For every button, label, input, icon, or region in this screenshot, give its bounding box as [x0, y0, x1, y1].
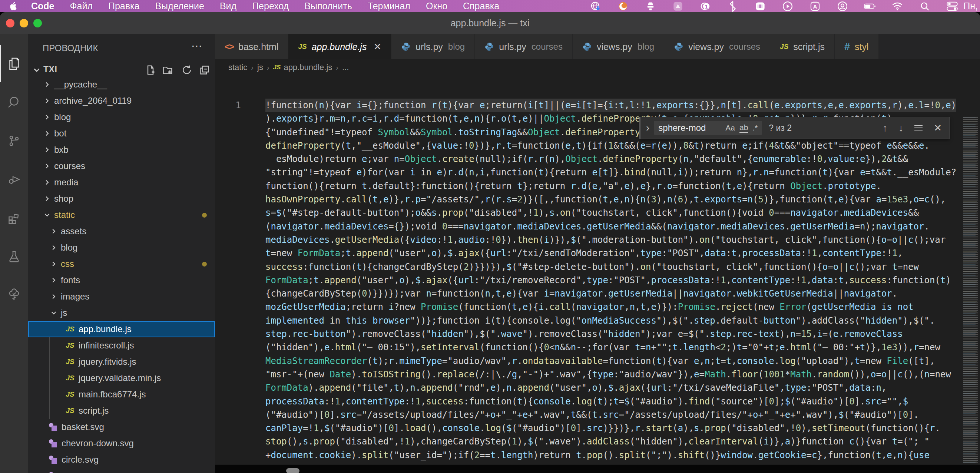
lamp-icon[interactable]	[644, 1, 656, 12]
window-title-bar[interactable]: app.bundle.js — txi	[0, 12, 980, 34]
code-line[interactable]: processData:!1,contentType:!1,success:fu…	[266, 395, 956, 408]
tree-item-bxb[interactable]: bxb	[28, 142, 215, 158]
battery-icon[interactable]	[864, 1, 876, 12]
tree-item-blog[interactable]: blog	[28, 239, 215, 256]
code-line[interactable]: success:function(t){changeCardByStep(2)}…	[266, 260, 956, 274]
activity-source-control-icon[interactable]	[0, 122, 28, 159]
menu-item-app[interactable]: Code	[23, 1, 62, 11]
find-widget-sash[interactable]	[640, 117, 641, 139]
code-line[interactable]: step.rec-button").removeClass("hidden"),…	[266, 327, 956, 341]
tree-item-bot[interactable]: bot	[28, 125, 215, 142]
minimap[interactable]	[963, 117, 979, 464]
code-line[interactable]: FormData).append("file",t),n.append("rnd…	[266, 381, 956, 394]
account-icon[interactable]	[837, 1, 848, 12]
menu-item-терминал[interactable]: Терминал	[360, 1, 418, 11]
code-line[interactable]: (navigator.mediaDevices={});void 0===nav…	[266, 220, 956, 233]
code-line[interactable]: canPlay=!1,$("#audio")[0].load(),console…	[266, 422, 956, 435]
menu-item-выполнить[interactable]: Выполнить	[296, 1, 360, 11]
tree-item-__pycache__[interactable]: __pycache__	[28, 76, 215, 93]
menu-item-вид[interactable]: Вид	[212, 1, 244, 11]
wifi-icon[interactable]	[891, 1, 903, 12]
tab-urls.py-blog[interactable]: urls.pyblog	[391, 34, 475, 59]
menu-item-переход[interactable]: Переход	[244, 1, 296, 11]
record-one-icon[interactable]: 1	[699, 1, 711, 12]
code-line[interactable]: "string"!=typeof e)for(var i in e)r.d(n,…	[266, 166, 956, 179]
code-line[interactable]: defineProperty(t,"__esModule",{value:!0}…	[266, 139, 956, 152]
match-case-icon[interactable]: Aa	[725, 123, 735, 132]
activity-run-debug-icon[interactable]	[0, 161, 28, 198]
code-line[interactable]: __esModule)return e;var n=Object.create(…	[266, 152, 956, 166]
activity-todo-tree-icon[interactable]	[0, 277, 28, 314]
breadcrumb-item[interactable]: js	[257, 63, 263, 72]
workspace-section-header[interactable]: TXI	[28, 64, 215, 77]
tree-item-static[interactable]: static	[28, 207, 215, 223]
code-line[interactable]: s=$("#step-default-button");o&&s.prop("d…	[266, 206, 956, 220]
menu-item-окно[interactable]: Окно	[418, 1, 455, 11]
code-line[interactable]: mozGetUserMedia;return i?new Promise(fun…	[266, 300, 956, 314]
new-folder-icon[interactable]	[162, 65, 173, 77]
tree-item-infinitescroll.js[interactable]: JSinfinitescroll.js	[28, 337, 215, 354]
tree-item-media[interactable]: media	[28, 174, 215, 191]
tree-item-jquery.validate.min.js[interactable]: JSjquery.validate.min.js	[28, 370, 215, 386]
breadcrumb-item[interactable]: app.bundle.js	[283, 63, 332, 72]
code-line[interactable]: hasOwnProperty.call(t,e)},r.p="/assets/"…	[266, 193, 956, 206]
shape-icon[interactable]	[672, 1, 684, 12]
new-file-icon[interactable]	[145, 65, 156, 77]
tree-item-shop[interactable]: shop	[28, 191, 215, 207]
tree-item-courses[interactable]: courses	[28, 158, 215, 174]
tree-item-main.fbca6774.js[interactable]: JSmain.fbca6774.js	[28, 386, 215, 403]
tree-item-circle.svg[interactable]: circle.svg	[28, 451, 215, 468]
close-tab-icon[interactable]: ✕	[373, 41, 382, 53]
code-line[interactable]: !function(n){var i={};function r(t){var …	[266, 99, 956, 112]
collapse-all-icon[interactable]	[199, 65, 210, 77]
whole-word-icon[interactable]: ab	[740, 123, 748, 133]
tab-urls.py-courses[interactable]: urls.pycourses	[475, 34, 573, 59]
tree-item[interactable]	[28, 468, 215, 473]
code-line[interactable]: MediaStreamRecorder(t);r.mimeType="audio…	[266, 354, 956, 368]
menu-item-правка[interactable]: Правка	[100, 1, 147, 11]
refresh-icon[interactable]	[181, 65, 192, 77]
activity-explorer-icon[interactable]	[0, 45, 29, 82]
tree-item-js[interactable]: js	[28, 305, 215, 321]
code-text[interactable]: !function(n){var i={};function r(t){var …	[266, 99, 956, 464]
editor-content[interactable]: 1 !function(n){var i={};function r(t){va…	[215, 76, 980, 464]
code-line[interactable]: mediaDevices.getUserMedia({video:!1,audi…	[266, 233, 956, 247]
regex-icon[interactable]: .*	[752, 123, 757, 132]
code-line[interactable]: stop(),s.prop("disabled",!1),changeCardB…	[266, 435, 956, 448]
code-line[interactable]: +document.cookie).split("user_id=");if(2…	[266, 449, 956, 462]
activity-search-icon[interactable]	[0, 84, 28, 121]
tree-item-jquery.fitvids.js[interactable]: JSjquery.fitvids.js	[28, 354, 215, 370]
tree-item-blog[interactable]: blog	[28, 109, 215, 125]
code-line[interactable]: ("hidden"),e.html("– 00:15"),setInterval…	[266, 341, 956, 354]
activity-testing-icon[interactable]	[0, 238, 28, 275]
code-line[interactable]: implemented in this browser"))};function…	[266, 314, 956, 327]
tree-item-css[interactable]: css	[28, 256, 215, 272]
tree-item-archive_2064_0119[interactable]: archive_2064_0119	[28, 93, 215, 109]
breadcrumb-item[interactable]: static	[228, 63, 247, 72]
code-line[interactable]: ("#audio")[0].src="/assets/upload/files/…	[266, 408, 956, 422]
find-in-selection-icon[interactable]	[915, 125, 923, 131]
next-match-icon[interactable]: ↓	[899, 122, 903, 134]
tree-item-assets[interactable]: assets	[28, 223, 215, 239]
tab-views.py-blog[interactable]: views.pyblog	[573, 34, 664, 59]
tree-item-chevron-down.svg[interactable]: chevron-down.svg	[28, 435, 215, 451]
code-line[interactable]: "msr-"+(new Date).toISOString().replace(…	[266, 368, 956, 381]
tree-item-app.bundle.js[interactable]: JSapp.bundle.js	[28, 321, 215, 337]
tab-app.bundle.js[interactable]: JSapp.bundle.js✕	[288, 34, 391, 59]
tab-base.html[interactable]: <>base.html	[215, 34, 288, 59]
tree-item-images[interactable]: images	[28, 288, 215, 305]
close-find-icon[interactable]: ✕	[934, 122, 942, 134]
activity-extensions-icon[interactable]	[0, 199, 28, 237]
bluetooth-icon[interactable]	[727, 1, 739, 12]
swirl-icon[interactable]	[617, 1, 629, 12]
apple-menu[interactable]	[0, 2, 23, 10]
find-input[interactable]: sphere-mod Aa ab .*	[654, 121, 762, 135]
tree-item-script.js[interactable]: JSscript.js	[28, 403, 215, 419]
scanner-icon[interactable]	[754, 1, 766, 12]
tab-script.js[interactable]: JSscript.js	[770, 34, 835, 59]
menu-item-справка[interactable]: Справка	[455, 1, 507, 11]
control-center-icon[interactable]	[946, 1, 958, 12]
find-query-text[interactable]: sphere-mod	[658, 123, 725, 133]
code-line[interactable]: FormData;t.append("user",o),$.ajax({url:…	[266, 274, 956, 287]
breadcrumb[interactable]: static›js›JSapp.bundle.js›...	[215, 59, 980, 76]
